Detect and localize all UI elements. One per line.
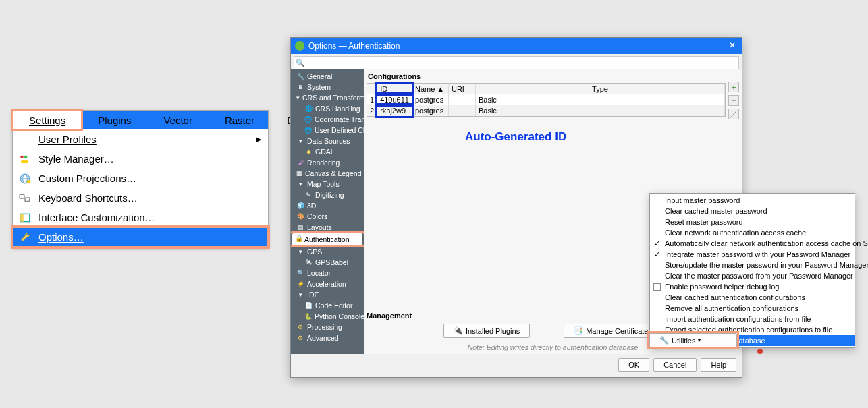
dialog-titlebar: Options — Authentication ✕: [291, 38, 742, 54]
add-config-button[interactable]: ＋: [728, 82, 739, 92]
cancel-button[interactable]: Cancel: [653, 358, 697, 372]
nav-canvas-legend[interactable]: ▦Canvas & Legend: [291, 168, 364, 179]
menu-settings[interactable]: Settings: [13, 111, 82, 129]
nav-crs-handling[interactable]: 🌐CRS Handling: [291, 103, 364, 114]
auto-generated-id-annotation: Auto-Generated ID: [465, 130, 566, 144]
globe-icon: 🌐: [304, 126, 312, 134]
ctx-import-auth-configs[interactable]: Import authentication configurations fro…: [650, 314, 855, 324]
nav-coordinate-trans[interactable]: 🌐Coordinate Trans: [291, 114, 364, 125]
menuitem-options[interactable]: Options…: [13, 227, 268, 247]
nav-3d[interactable]: 🧊3D: [291, 200, 364, 211]
nav-colors[interactable]: 🎨Colors: [291, 211, 364, 222]
ctx-input-master-password[interactable]: Input master password: [650, 195, 855, 206]
nav-python-console[interactable]: 🐍Python Console: [291, 311, 364, 322]
sat-icon: 🛰: [304, 258, 313, 266]
cell-id: 410u611: [377, 94, 412, 105]
svg-rect-2: [21, 160, 28, 163]
nav-processing[interactable]: ⚙Processing: [291, 322, 364, 332]
nav-advanced[interactable]: ⚙Advanced: [291, 332, 364, 343]
nav-code-editor[interactable]: 📄Code Editor: [291, 300, 364, 311]
qgis-logo-icon: [295, 41, 304, 51]
lock-icon: 🔒: [295, 235, 303, 242]
installed-plugins-button[interactable]: 🔌Installed Plugins: [443, 324, 530, 338]
ctx-integrate-password-manager[interactable]: Integrate master password with your Pass…: [650, 249, 855, 260]
cell-name: postgres: [412, 94, 448, 105]
globe-icon: 🌐: [304, 115, 312, 123]
menu-vector[interactable]: Vector: [147, 111, 209, 129]
nav-data-sources[interactable]: ▾Data Sources: [291, 136, 364, 146]
utilities-button-highlight: 🔧 Utilities ▾: [649, 333, 737, 347]
config-toolbar: ＋ － ／: [728, 82, 739, 119]
utilities-button[interactable]: 🔧 Utilities ▾: [649, 333, 737, 347]
menuitem-style-manager[interactable]: Style Manager…: [13, 149, 268, 169]
nav-gdal[interactable]: ◆GDAL: [291, 146, 364, 157]
gears-icon: ⚙: [296, 334, 304, 342]
options-search[interactable]: 🔍: [294, 56, 739, 69]
monitor-icon: 🖥: [296, 83, 304, 91]
options-nav-tree[interactable]: 🔧General 🖥System ▾CRS and Transforms 🌐CR…: [291, 69, 364, 354]
col-name[interactable]: Name ▲: [412, 84, 448, 94]
search-input[interactable]: [306, 59, 738, 67]
col-uri[interactable]: URI: [448, 84, 475, 94]
ctx-reset-master-password[interactable]: Reset master password: [650, 216, 855, 227]
close-icon[interactable]: ✕: [727, 40, 738, 51]
settings-menu-fragment: Settings Plugins Vector Raster Datab Use…: [12, 110, 269, 247]
dialog-button-row: OK Cancel Help: [291, 354, 742, 377]
ctx-store-update-password[interactable]: Store/update the master password in your…: [650, 260, 855, 270]
nav-gps[interactable]: ▾GPS: [291, 246, 364, 257]
nav-locator[interactable]: 🔍Locator: [291, 268, 364, 279]
nav-authentication-highlight: 🔒Authentication: [291, 233, 364, 245]
configurations-table[interactable]: ID Name ▲ URI Type 1 410u611 postgres Ba…: [367, 83, 726, 117]
menu-plugins[interactable]: Plugins: [82, 111, 147, 129]
blank-icon: [18, 133, 32, 146]
table-row[interactable]: 1 410u611 postgres Basic: [367, 94, 725, 105]
nav-gpsbabel[interactable]: 🛰GPSBabel: [291, 257, 364, 268]
nav-system[interactable]: 🖥System: [291, 82, 364, 92]
keyboard-icon: [18, 192, 32, 205]
nav-digitizing[interactable]: ✎Digitizing: [291, 190, 364, 200]
col-row[interactable]: [367, 84, 377, 94]
ctx-clear-cached-auth-configs[interactable]: Clear cached authentication configuratio…: [650, 292, 855, 303]
ctx-clear-password-from-pm[interactable]: Clear the master password from your Pass…: [650, 270, 855, 281]
menuitem-user-profiles[interactable]: User Profiles ▶: [13, 129, 268, 149]
ctx-remove-all-auth-configs[interactable]: Remove all authentication configurations: [650, 303, 855, 314]
nav-user-defined-crs[interactable]: 🌐User Defined CR: [291, 125, 364, 136]
ctx-clear-network-auth-cache[interactable]: Clear network authentication access cach…: [650, 227, 855, 238]
nav-crs-transforms[interactable]: ▾CRS and Transforms: [291, 92, 364, 103]
menuitem-interface-customization[interactable]: Interface Customization…: [13, 208, 268, 227]
nav-acceleration[interactable]: ⚡Acceleration: [291, 279, 364, 289]
nav-map-tools[interactable]: ▾Map Tools: [291, 179, 364, 190]
col-type[interactable]: Type: [475, 84, 724, 94]
utilities-label: Utilities: [672, 337, 695, 345]
col-id[interactable]: ID: [377, 84, 412, 94]
layout-icon: [18, 211, 32, 225]
ok-button[interactable]: OK: [618, 358, 649, 372]
menuitem-custom-projections[interactable]: Custom Projections…: [13, 169, 268, 188]
svg-rect-8: [25, 197, 30, 201]
ctx-clear-cached-master-password[interactable]: Clear cached master password: [650, 206, 855, 216]
collapse-icon: ▾: [296, 94, 300, 102]
gear-icon: ⚙: [296, 323, 304, 331]
svg-point-6: [27, 179, 30, 183]
edit-config-button[interactable]: ／: [728, 109, 739, 119]
menu-raster[interactable]: Raster: [209, 111, 271, 129]
nav-layouts[interactable]: ▤Layouts: [291, 222, 364, 233]
ctx-auto-clear-on-ssl[interactable]: Automatically clear network authenticati…: [650, 238, 855, 249]
collapse-icon: ▾: [296, 180, 304, 188]
table-row[interactable]: 2 rknj2w9 postgres Basic: [367, 105, 725, 116]
remove-config-button[interactable]: －: [728, 95, 739, 106]
menuitem-keyboard-shortcuts[interactable]: Keyboard Shortcuts…: [13, 188, 268, 208]
manage-certificates-button[interactable]: 📑Manage Certificates: [564, 324, 662, 338]
chevron-down-icon: ▾: [698, 337, 701, 343]
wrench-icon: 🔧: [659, 336, 669, 345]
pencil-icon: ✎: [304, 191, 313, 199]
help-button[interactable]: Help: [701, 358, 736, 372]
nav-authentication[interactable]: 🔒Authentication: [292, 233, 362, 245]
ctx-enable-debug-log[interactable]: Enable password helper debug log: [650, 281, 855, 292]
menuitem-label: Options…: [38, 231, 84, 243]
nav-ide[interactable]: ▾IDE: [291, 289, 364, 300]
nav-general[interactable]: 🔧General: [291, 71, 364, 82]
collapse-icon: ▾: [296, 137, 304, 145]
nav-rendering[interactable]: 🖌Rendering: [291, 157, 364, 168]
certificate-icon: 📑: [574, 326, 583, 335]
